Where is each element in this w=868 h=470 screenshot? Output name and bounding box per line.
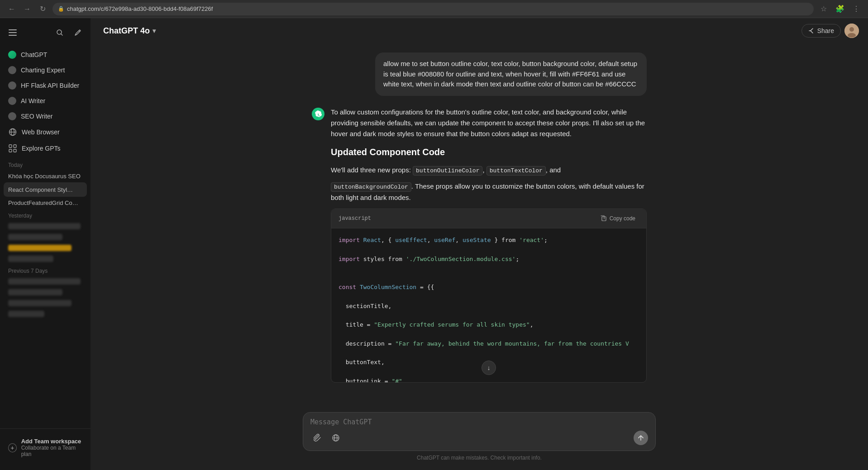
blurred-history-2 <box>8 234 62 240</box>
svg-rect-1 <box>9 32 17 33</box>
sidebar-item-hf-flask[interactable]: HF Flask API Builder <box>4 78 87 93</box>
copy-code-label: Copy code <box>610 215 635 222</box>
add-team-text: Add Team workspace Collaborate on a Team… <box>21 438 82 457</box>
ai-writer-icon <box>8 97 16 105</box>
avatar[interactable] <box>844 24 859 38</box>
assistant-intro-text: To allow custom configurations for the b… <box>331 107 647 139</box>
share-button[interactable]: Share <box>801 24 841 38</box>
new-chat-button[interactable] <box>71 25 85 40</box>
blurred-history-1 <box>8 223 81 229</box>
model-name: ChatGPT 4o <box>103 26 150 36</box>
add-team-label: Add Team workspace <box>21 438 82 445</box>
chevron-down-icon: ▾ <box>153 27 156 34</box>
url-bar[interactable]: 🔒 chatgpt.com/c/672e998a-ad30-8006-bdd4-… <box>52 3 814 15</box>
sidebar-item-web-browser[interactable]: Web Browser <box>4 124 87 140</box>
web-browser-icon <box>8 128 17 137</box>
back-button[interactable]: ← <box>5 3 18 15</box>
svg-point-15 <box>848 33 856 38</box>
hf-flask-icon <box>8 81 16 90</box>
seo-writer-icon <box>8 112 16 120</box>
code-content: import React, { useEffect, useRef, useSt… <box>331 228 646 382</box>
user-message: allow me to set button outline color, te… <box>312 52 647 96</box>
prop-code-2: buttonTextColor <box>486 166 546 176</box>
scroll-down-button[interactable]: ↓ <box>482 361 496 375</box>
attach-button[interactable] <box>310 431 325 445</box>
copy-code-button[interactable]: Copy code <box>597 214 639 223</box>
sidebar-item-explore-gpts[interactable]: Explore GPTs <box>4 140 87 157</box>
sidebar-item-seo-writer[interactable]: SEO Writer <box>4 109 87 124</box>
sidebar-footer: + Add Team workspace Collaborate on a Te… <box>0 428 91 466</box>
ai-writer-label: AI Writer <box>21 97 45 104</box>
blurred-history-8 <box>8 311 44 317</box>
share-label: Share <box>817 27 834 34</box>
svg-rect-2 <box>9 35 17 36</box>
sidebar-item-charting-expert[interactable]: Charting Expert <box>4 62 87 78</box>
assistant-content: To allow custom configurations for the b… <box>331 107 647 383</box>
svg-line-4 <box>61 34 63 36</box>
history-item-product-grid[interactable]: ProductFeaturedGrid Compone <box>4 197 87 209</box>
assistant-body-before-code: We'll add three new props: buttonOutline… <box>331 165 647 176</box>
forward-button[interactable]: → <box>21 3 33 15</box>
input-left-actions <box>310 431 343 445</box>
svg-rect-12 <box>14 149 16 152</box>
globe-button[interactable] <box>329 431 343 445</box>
top-bar-actions: Share <box>801 24 859 38</box>
browser-actions: ☆ 🧩 ⋮ <box>817 3 863 15</box>
search-button[interactable] <box>52 25 67 40</box>
input-actions <box>310 431 648 445</box>
prop-code-1: buttonOutlineColor <box>413 166 482 176</box>
sidebar-item-ai-writer[interactable]: AI Writer <box>4 93 87 109</box>
sidebar-item-chatgpt[interactable]: ChatGPT <box>4 47 87 62</box>
blurred-history-6 <box>8 289 62 295</box>
seo-writer-label: SEO Writer <box>21 113 53 120</box>
model-selector[interactable]: ChatGPT 4o ▾ <box>100 24 159 38</box>
bookmark-button[interactable]: ☆ <box>817 3 830 15</box>
svg-point-14 <box>849 27 854 32</box>
section-prev7-label: Previous 7 Days <box>0 264 91 276</box>
history-item-react-style[interactable]: React Component Style Rev ⋯ <box>4 182 87 197</box>
refresh-button[interactable]: ↻ <box>36 3 49 15</box>
svg-rect-10 <box>14 145 16 147</box>
blurred-history-3 <box>8 245 72 251</box>
sidebar-header-icons <box>52 25 85 40</box>
browser-bar: ← → ↻ 🔒 chatgpt.com/c/672e998a-ad30-8006… <box>0 0 868 18</box>
toggle-sidebar-button[interactable] <box>5 25 20 40</box>
user-bubble: allow me to set button outline color, te… <box>375 52 647 96</box>
main-area: ChatGPT 4o ▾ Share allow me to set but <box>91 18 868 470</box>
chatgpt-label: ChatGPT <box>21 51 47 58</box>
app-layout: ChatGPT Charting Expert HF Flask API Bui… <box>0 18 868 470</box>
send-button[interactable] <box>634 431 648 445</box>
web-browser-label: Web Browser <box>22 128 60 136</box>
svg-rect-9 <box>9 145 12 147</box>
extensions-button[interactable]: 🧩 <box>834 3 846 15</box>
history-item-more-button[interactable]: ⋯ <box>73 185 82 194</box>
plus-icon: + <box>8 443 17 452</box>
svg-rect-11 <box>9 149 12 152</box>
blurred-history-4 <box>8 256 53 262</box>
charting-expert-label: Charting Expert <box>21 66 65 74</box>
add-team-sublabel: Collaborate on a Team plan <box>21 445 82 457</box>
history-item-product-grid-text: ProductFeaturedGrid Compone <box>8 199 82 206</box>
user-message-text: allow me to set button outline color, te… <box>383 60 637 88</box>
svg-line-5 <box>79 31 80 32</box>
hf-flask-label: HF Flask API Builder <box>21 82 79 89</box>
chat-area[interactable]: allow me to set button outline color, te… <box>91 43 868 407</box>
history-item-docusaurus[interactable]: Khóa học Docusaurus SEO <box>4 170 87 182</box>
sidebar-header <box>0 22 91 43</box>
input-area: ChatGPT can make mistakes. Check importa… <box>91 407 868 470</box>
add-team-workspace-item[interactable]: + Add Team workspace Collaborate on a Te… <box>4 434 87 461</box>
history-item-docusaurus-text: Khóa học Docusaurus SEO <box>8 173 82 180</box>
blurred-history-7 <box>8 300 72 306</box>
message-input[interactable] <box>310 418 648 426</box>
menu-button[interactable]: ⋮ <box>850 3 863 15</box>
code-block-header: javascript Copy code <box>331 209 646 228</box>
sidebar: ChatGPT Charting Expert HF Flask API Bui… <box>0 18 91 470</box>
nav-items: ChatGPT Charting Expert HF Flask API Bui… <box>0 45 91 158</box>
browser-nav-buttons: ← → ↻ <box>5 3 49 15</box>
section-yesterday-label: Yesterday <box>0 209 91 221</box>
lock-icon: 🔒 <box>58 6 64 12</box>
url-text: chatgpt.com/c/672e998a-ad30-8006-bdd4-f0… <box>67 5 213 12</box>
blurred-history-5 <box>8 278 81 285</box>
input-wrapper <box>303 412 656 451</box>
history-item-react-style-text: React Component Style Rev <box>8 186 73 193</box>
